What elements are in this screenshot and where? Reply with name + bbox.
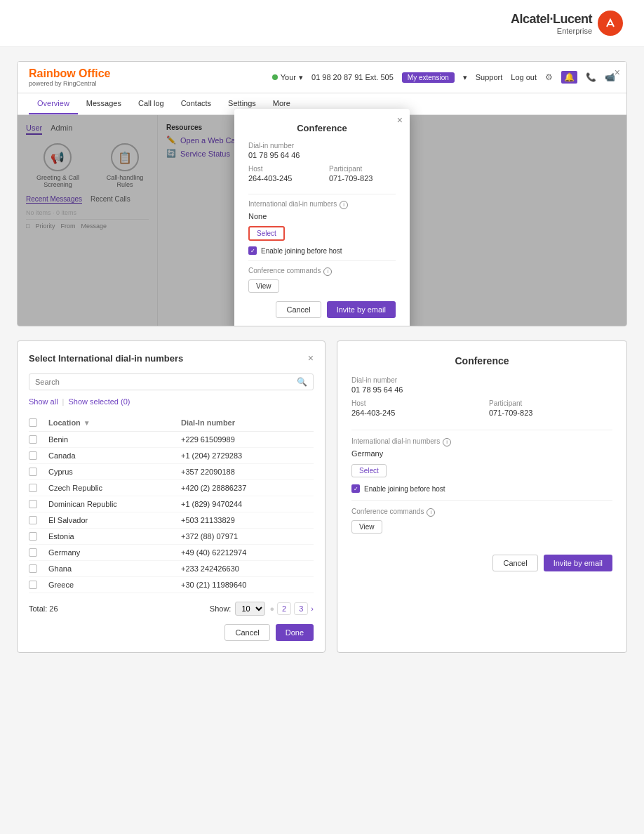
- cancel-btn-panel[interactable]: Cancel: [224, 624, 269, 641]
- right-enable-joining-row: ✓ Enable joining before host: [351, 484, 612, 493]
- chevron-down-icon: ▾: [299, 73, 303, 82]
- bottom-panels: Select International dial-in numbers × 🔍…: [17, 340, 627, 653]
- select-panel: Select International dial-in numbers × 🔍…: [17, 340, 326, 653]
- show-selected-link[interactable]: Show selected (0): [68, 397, 130, 406]
- next-page-btn[interactable]: ›: [311, 604, 314, 613]
- modal-bg-title: Conference: [248, 123, 396, 133]
- row-check-cyprus[interactable]: [29, 468, 37, 476]
- icon-notifications[interactable]: 🔔: [561, 71, 577, 84]
- commands-label-bg: Conference commands: [248, 267, 321, 274]
- extension-badge[interactable]: My extension: [402, 72, 455, 83]
- right-modal-title: Conference: [351, 355, 612, 366]
- alcatel-logo-area: Alcatel·Lucent Enterprise: [511, 11, 623, 36]
- page-3-btn[interactable]: 3: [294, 602, 308, 615]
- invite-btn-bg[interactable]: Invite by email: [327, 301, 396, 318]
- right-view-btn[interactable]: View: [351, 520, 382, 534]
- select-all-checkbox[interactable]: [29, 418, 37, 427]
- prev-page-btn[interactable]: ●: [269, 604, 274, 613]
- app-window: Rainbow Office powered by RingCentral Yo…: [17, 61, 627, 326]
- dialin-greece: +30 (21) 11989640: [181, 581, 314, 589]
- right-select-btn[interactable]: Select: [351, 464, 387, 477]
- right-checkbox-joining[interactable]: ✓: [351, 484, 360, 493]
- table-row: Czech Republic +420 (2) 28886237: [29, 480, 314, 496]
- nav-contacts[interactable]: Contacts: [173, 93, 220, 114]
- sort-icon[interactable]: ▼: [83, 419, 90, 427]
- location-ghana: Ghana: [48, 564, 181, 573]
- nav-messages[interactable]: Messages: [78, 93, 130, 114]
- status-indicator[interactable]: Your ▾: [272, 73, 303, 82]
- icon-settings[interactable]: ⚙: [545, 72, 553, 82]
- row-check-ghana[interactable]: [29, 564, 37, 573]
- location-estonia: Estonia: [48, 532, 181, 541]
- select-panel-close[interactable]: ×: [308, 352, 314, 364]
- table-row: Germany +49 (40) 62212974: [29, 545, 314, 561]
- dialin-germany: +49 (40) 62212974: [181, 548, 314, 557]
- modal-bg-close[interactable]: ×: [397, 114, 403, 126]
- info-icon-bg: i: [340, 201, 348, 209]
- table-row: Dominican Republic +1 (829) 9470244: [29, 496, 314, 512]
- table-row: Greece +30 (21) 11989640: [29, 577, 314, 593]
- filter-separator: |: [62, 397, 65, 406]
- row-check-germany[interactable]: [29, 548, 37, 557]
- right-cancel-btn[interactable]: Cancel: [492, 555, 537, 571]
- dialin-czech: +420 (2) 28886237: [181, 484, 314, 492]
- row-check-greece[interactable]: [29, 581, 37, 589]
- row-check-canada[interactable]: [29, 451, 37, 460]
- select-btn-bg[interactable]: Select: [248, 226, 285, 241]
- right-info-icon: i: [443, 438, 451, 446]
- panel-footer: Total: 26 Show: 10 25 50 ● 2 3 ›: [29, 602, 314, 616]
- col-location-header: Location ▼: [48, 418, 181, 427]
- row-check-dominican[interactable]: [29, 500, 37, 508]
- support-link[interactable]: Support: [476, 73, 503, 81]
- dial-in-value-bg: 01 78 95 64 46: [248, 151, 396, 159]
- nav-overview[interactable]: Overview: [29, 93, 78, 114]
- right-dial-in-label: Dial-in number: [351, 376, 612, 384]
- intl-label-bg: International dial-in numbers: [248, 200, 337, 208]
- col-dialin-header: Dial-In number: [181, 418, 314, 427]
- pagination: ● 2 3 ›: [269, 602, 314, 615]
- show-select[interactable]: 10 25 50: [235, 602, 265, 616]
- right-intl-label: International dial-in numbers: [351, 437, 440, 445]
- row-check-benin[interactable]: [29, 435, 37, 444]
- location-cyprus: Cyprus: [48, 468, 181, 476]
- search-input[interactable]: [35, 378, 297, 386]
- row-check-elsalvador[interactable]: [29, 516, 37, 524]
- location-greece: Greece: [48, 581, 181, 589]
- main-screenshot: Rainbow Office powered by RingCentral Yo…: [17, 61, 627, 653]
- icon-video[interactable]: 📹: [605, 72, 615, 82]
- right-invite-btn[interactable]: Invite by email: [544, 555, 612, 571]
- right-host-row: Host 264-403-245 Participant 071-709-823: [351, 399, 612, 423]
- search-bar: 🔍: [29, 373, 314, 390]
- right-modal-header: Conference ×: [351, 355, 612, 366]
- show-all-link[interactable]: Show all: [29, 397, 58, 406]
- page-2-btn[interactable]: 2: [277, 602, 291, 615]
- logo-company-name: Alcatel·Lucent: [511, 12, 592, 26]
- conference-modal-right: Conference × Dial-in number 01 78 95 64 …: [337, 340, 627, 653]
- table-row: Canada +1 (204) 2729283: [29, 448, 314, 464]
- phone-number: 01 98 20 87 91 Ext. 505: [311, 73, 394, 81]
- select-panel-title: Select International dial-in numbers: [29, 353, 183, 364]
- row-check-czech[interactable]: [29, 484, 37, 492]
- app-body: User Admin 📢 Greeting & Call Screening 📋…: [18, 115, 626, 326]
- rainbow-logo: Rainbow Office powered by RingCentral: [29, 67, 110, 87]
- chevron-down-icon-ext: ▾: [463, 73, 467, 82]
- search-icon: 🔍: [297, 377, 307, 387]
- dialin-cyprus: +357 22090188: [181, 468, 314, 476]
- view-btn-bg[interactable]: View: [248, 279, 279, 293]
- right-modal-close[interactable]: ×: [615, 67, 620, 78]
- dialin-estonia: +372 (88) 07971: [181, 532, 314, 541]
- row-check-estonia[interactable]: [29, 532, 37, 541]
- location-elsalvador: El Salvador: [48, 516, 181, 524]
- cancel-btn-bg[interactable]: Cancel: [276, 301, 321, 318]
- right-commands-label: Conference commands: [351, 508, 424, 515]
- checkbox-joining-bg[interactable]: ✓: [248, 246, 257, 255]
- icon-phone[interactable]: 📞: [586, 72, 596, 82]
- dialin-elsalvador: +503 21133829: [181, 516, 314, 524]
- enable-joining-row-bg: ✓ Enable joining before host: [248, 246, 396, 255]
- table-row: Estonia +372 (88) 07971: [29, 529, 314, 545]
- done-btn-panel[interactable]: Done: [276, 624, 314, 641]
- logout-link[interactable]: Log out: [511, 73, 537, 81]
- nav-calllog[interactable]: Call log: [130, 93, 173, 114]
- table-row: El Salvador +503 21133829: [29, 512, 314, 529]
- location-germany: Germany: [48, 548, 181, 557]
